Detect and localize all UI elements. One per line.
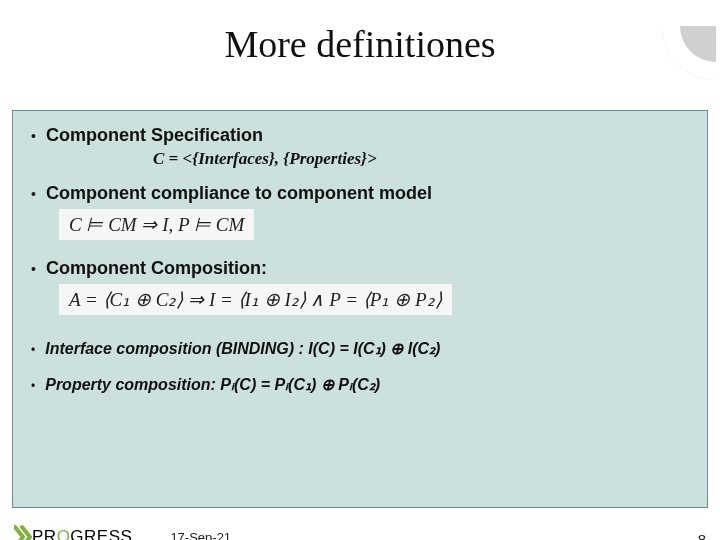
brand-word: PROGRESS bbox=[32, 527, 132, 540]
footer-date: 17-Sep-21 bbox=[170, 530, 231, 541]
bullet-interface-comp: • Interface composition (BINDING) : I(C)… bbox=[31, 339, 707, 361]
bullet-text: Interface composition (BINDING) : I(C) =… bbox=[45, 339, 440, 358]
bullet-composition: • Component Composition: bbox=[31, 258, 707, 280]
formula-spec: C = <{Interfaces}, {Properties}> bbox=[153, 149, 707, 169]
content-box: • Component Specification C = <{Interfac… bbox=[12, 110, 708, 508]
bullet-dot: • bbox=[31, 258, 36, 280]
brand-text-2: O bbox=[57, 527, 71, 540]
slide: More definitiones • Component Specificat… bbox=[0, 22, 720, 540]
slide-title: More definitiones bbox=[0, 22, 720, 66]
brand-chevron-icon bbox=[14, 523, 32, 540]
bullet-component-spec: • Component Specification bbox=[31, 125, 707, 147]
bullet-text: Component Specification bbox=[46, 125, 263, 146]
formula-composition: A = ⟨C₁ ⊕ C₂⟩ ⇒ I = ⟨I₁ ⊕ I₂⟩ ∧ P = ⟨P₁ … bbox=[59, 284, 452, 315]
footer: PROGRESS 17-Sep-21 8 bbox=[0, 518, 720, 540]
brand-logo: PROGRESS bbox=[14, 523, 132, 540]
bullet-text: Component compliance to component model bbox=[46, 183, 432, 204]
bullet-dot: • bbox=[31, 183, 36, 205]
bullet-dot: • bbox=[31, 339, 35, 361]
brand-text-3: GRESS bbox=[70, 527, 132, 540]
page-number: 8 bbox=[698, 531, 706, 540]
bullet-property-comp: • Property composition: Pᵢ(C) = Pᵢ(C₁) ⊕… bbox=[31, 375, 707, 397]
bullet-text: Property composition: Pᵢ(C) = Pᵢ(C₁) ⊕ P… bbox=[45, 375, 380, 394]
brand-text-1: PR bbox=[32, 527, 57, 540]
bullet-compliance: • Component compliance to component mode… bbox=[31, 183, 707, 205]
bullet-dot: • bbox=[31, 375, 35, 397]
bullet-text: Component Composition: bbox=[46, 258, 267, 279]
bullet-dot: • bbox=[31, 125, 36, 147]
formula-compliance: C ⊨ CM ⇒ I, P ⊨ CM bbox=[59, 209, 254, 240]
